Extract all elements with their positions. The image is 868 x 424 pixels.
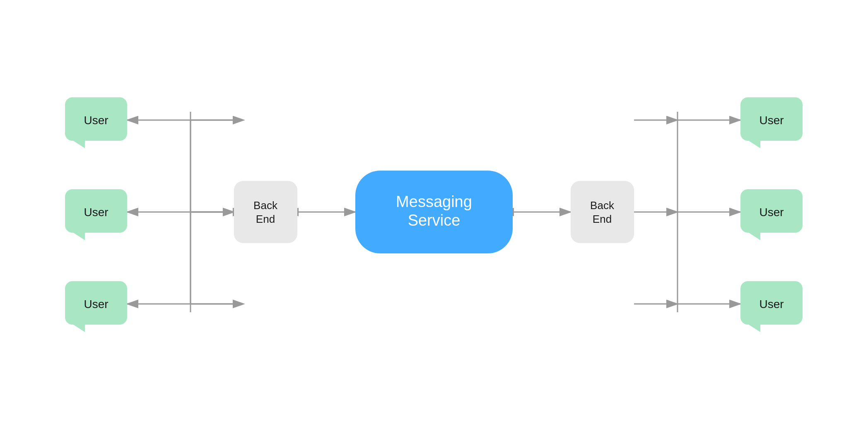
messaging-service-label-2: Service xyxy=(408,212,461,229)
left-backend-label-2: End xyxy=(256,213,275,225)
left-backend-label-1: Back xyxy=(253,199,278,212)
right-user-bot-label: User xyxy=(759,298,784,311)
right-user-bot-tail xyxy=(749,325,760,332)
left-backend-node xyxy=(234,181,297,243)
diagram-canvas: User User User Back End Messaging Servic… xyxy=(0,0,868,424)
left-user-mid-label: User xyxy=(84,206,108,219)
left-user-bot-label: User xyxy=(84,298,108,311)
messaging-service-label-1: Messaging xyxy=(396,193,472,210)
left-user-mid-tail xyxy=(73,233,85,240)
right-backend-label-2: End xyxy=(593,213,612,225)
right-user-mid-tail xyxy=(749,233,760,240)
left-user-bot-tail xyxy=(73,325,85,332)
right-backend-node xyxy=(571,181,634,243)
right-user-top-tail xyxy=(749,141,760,148)
architecture-diagram: User User User Back End Messaging Servic… xyxy=(0,0,868,424)
left-user-top-tail xyxy=(73,141,85,148)
right-user-mid-label: User xyxy=(759,206,784,219)
right-user-top-label: User xyxy=(759,114,784,127)
right-backend-label-1: Back xyxy=(590,199,615,212)
left-user-top-label: User xyxy=(84,114,108,127)
